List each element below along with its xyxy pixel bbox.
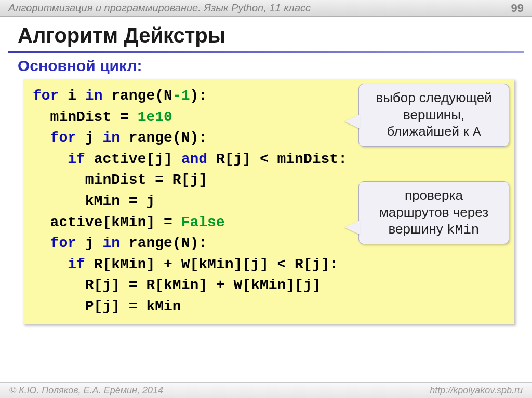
callout-tail-icon (344, 114, 360, 129)
copyright: © К.Ю. Поляков, Е.А. Ерёмин, 2014 (9, 385, 163, 396)
callout1-line3a: ближайшей к (387, 123, 472, 139)
slide-header: Алгоритмизация и программирование. Язык … (0, 0, 532, 17)
slide-subtitle: Основной цикл: (0, 56, 532, 79)
course-title: Алгоритмизация и программирование. Язык … (8, 2, 311, 14)
callout2-line3a: вершину (389, 221, 447, 237)
callout-check-routes: проверка маршрутов через вершину kMin (358, 181, 509, 244)
slide-footer: © К.Ю. Поляков, Е.А. Ерёмин, 2014 http:/… (0, 382, 532, 398)
page-number: 99 (511, 2, 524, 15)
callout-tail-icon (344, 220, 360, 235)
title-rule (8, 51, 524, 53)
callout1-line1: выбор следующей (376, 90, 491, 105)
callout-next-vertex: выбор следующей вершины, ближайшей к A (358, 84, 509, 147)
callout2-line1: проверка (405, 187, 463, 203)
callout2-code: kMin (447, 222, 479, 238)
callout2-line2: маршрутов через (379, 204, 488, 220)
callout1-code: A (473, 125, 481, 140)
callout1-line2: вершины, (403, 107, 464, 122)
site-url: http://kpolyakov.spb.ru (430, 385, 523, 396)
slide-title: Алгоритм Дейкстры (0, 17, 532, 51)
